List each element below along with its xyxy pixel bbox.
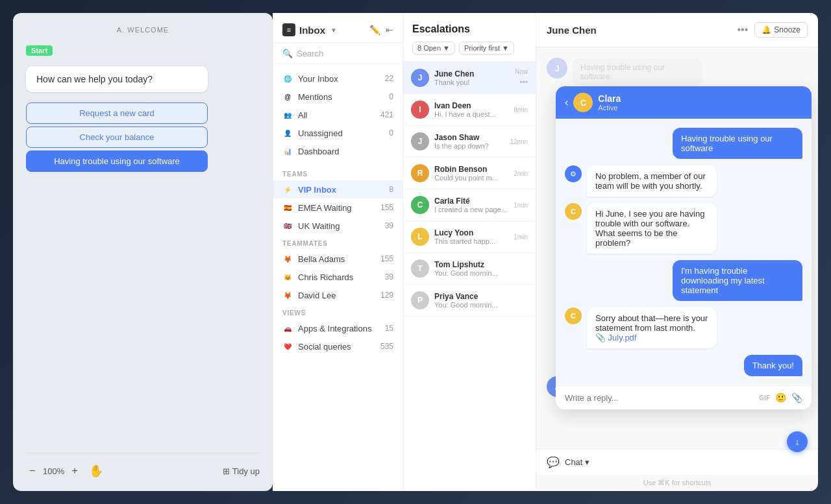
team-item-vip-inbox[interactable]: ⚡ VIP Inbox 8 — [273, 180, 403, 198]
chatbot-footer: − 100% + ✋ ⊞ Tidy up — [26, 453, 260, 478]
esc-preview-jason-shaw: Is the app down? — [434, 142, 505, 150]
open-filter-chevron: ▼ — [443, 44, 450, 52]
popup-agent-status: Active — [598, 104, 621, 112]
more-options-icon[interactable]: ••• — [737, 24, 748, 36]
reply-input[interactable] — [565, 393, 754, 403]
hand-tool-icon[interactable]: ✋ — [89, 464, 103, 478]
inbox-nav-section: 🌐 Your Inbox 22 @ Mentions 0 👥 All 421 👤… — [273, 64, 403, 165]
view-label-apps-integrations: Apps & Integrations — [298, 324, 380, 333]
esc-preview-robin-benson: Could you point m... — [434, 174, 508, 182]
esc-item-tom-lipshutz[interactable]: T Tom Lipshutz You: Good mornin... — [403, 253, 536, 285]
chat-footer-chat-button[interactable]: Chat ▾ — [565, 457, 589, 467]
popup-msg-2: C Hi June, I see you are having trouble … — [565, 203, 802, 254]
agent-avatar-file-4: C — [565, 307, 582, 324]
june-chen-avatar-bg: J — [547, 58, 567, 78]
tidy-up-label: Tidy up — [232, 466, 260, 476]
esc-name-robin-benson: Robin Benson — [434, 165, 508, 174]
inbox-icon-mentions: @ — [282, 91, 293, 102]
esc-name-carla-fite: Carla Fité — [434, 197, 508, 206]
view-item-apps-integrations[interactable]: 🚗 Apps & Integrations 15 — [273, 319, 403, 337]
open-filter-button[interactable]: 8 Open ▼ — [412, 42, 455, 54]
inbox-label-dashboard: Dashboard — [298, 147, 393, 156]
chat-header: June Chen ••• 🔔 Snooze — [536, 13, 818, 47]
inbox-title[interactable]: Inbox — [299, 25, 325, 36]
view-icon-apps-integrations: 🚗 — [282, 323, 293, 333]
inbox-label-unassigned: Unassigned — [298, 128, 384, 138]
shortcut-hint: Use ⌘K for shortcuts — [536, 475, 818, 491]
inbox-icon-unassigned: 👤 — [282, 128, 293, 138]
teammate-item-chris-richards[interactable]: 🐱 Chris Richards 39 — [273, 268, 403, 286]
popup-header: ‹ C Clara Active — [556, 86, 812, 119]
inbox-icon-dashboard: 📊 — [282, 146, 293, 156]
inbox-items-list: 🌐 Your Inbox 22 @ Mentions 0 👥 All 421 👤… — [273, 69, 403, 160]
team-item-emea-waiting[interactable]: 🇪🇸 EMEA Waiting 155 — [273, 198, 403, 217]
reply-button-check-balance[interactable]: Check your balance — [26, 126, 208, 148]
team-item-uk-waiting[interactable]: 🇬🇧 UK Waiting 39 — [273, 217, 403, 235]
esc-preview-priya-vance: You: Good mornin... — [434, 301, 523, 309]
popup-agent-avatar: C — [573, 93, 593, 112]
inbox-item-unassigned[interactable]: 👤 Unassigned 0 — [273, 124, 403, 142]
esc-item-priya-vance[interactable]: P Priya Vance You: Good mornin... — [403, 285, 536, 317]
emoji-button[interactable]: 🙂 — [775, 392, 786, 403]
inbox-item-mentions[interactable]: @ Mentions 0 — [273, 88, 403, 106]
reply-button-request-card[interactable]: Request a new card — [26, 102, 208, 124]
esc-avatar-priya-vance: P — [411, 291, 429, 309]
gif-button[interactable]: GIF — [759, 394, 770, 402]
inbox-icon-all: 👥 — [282, 110, 293, 120]
team-icon-emea-waiting: 🇪🇸 — [282, 202, 293, 213]
compose-icon[interactable]: ✏️ — [369, 25, 380, 35]
priority-filter-button[interactable]: Priority first ▼ — [459, 42, 514, 54]
inbox-header: ≡ Inbox ▼ ✏️ ⇤ — [273, 13, 403, 43]
esc-preview-ivan-deen: Hi, I have a quest... — [434, 110, 508, 118]
popup-user-bubble-3: I'm having trouble downloading my latest… — [673, 260, 802, 301]
esc-item-jason-shaw[interactable]: J Jason Shaw Is the app down? 12min — [403, 126, 536, 158]
bot-avatar-1: ⚙ — [565, 165, 582, 182]
esc-content-carla-fite: Carla Fité I created a new page... — [434, 197, 508, 213]
esc-meta-ivan-deen: 8min — [514, 106, 528, 114]
inbox-item-all[interactable]: 👥 All 421 — [273, 106, 403, 124]
inbox-count-all: 421 — [380, 110, 393, 119]
esc-item-ivan-deen[interactable]: I Ivan Deen Hi, I have a quest... 8min — [403, 94, 536, 126]
attachment-button[interactable]: 📎 — [791, 392, 802, 403]
inbox-item-your-inbox[interactable]: 🌐 Your Inbox 22 — [273, 69, 403, 88]
view-item-social-queries[interactable]: ❤️ Social queries 535 — [273, 337, 403, 355]
reply-buttons-container: Request a new cardCheck your balanceHavi… — [26, 100, 260, 172]
snooze-label: Snooze — [774, 25, 800, 34]
search-placeholder: Search — [297, 49, 323, 58]
teammate-item-david-lee[interactable]: 🦊 David Lee 129 — [273, 286, 403, 304]
esc-menu-june-chen[interactable]: ••• — [519, 78, 528, 87]
team-label-vip-inbox: VIP Inbox — [298, 185, 384, 195]
popup-back-button[interactable]: ‹ — [565, 97, 568, 108]
escalations-panel: Escalations 8 Open ▼ Priority first ▼ J … — [403, 13, 536, 491]
tidy-up-button[interactable]: ⊞ Tidy up — [223, 466, 260, 476]
chatbot-panel: A. WELCOME Start How can we help you tod… — [13, 13, 273, 491]
esc-item-lucy-yoon[interactable]: L Lucy Yoon This started happ... 1min — [403, 221, 536, 253]
esc-name-tom-lipshutz: Tom Lipshutz — [434, 260, 523, 269]
popup-msg-0: Having trouble using our software — [565, 128, 802, 159]
collapse-icon[interactable]: ⇤ — [386, 25, 393, 35]
chatbot-messages: Start How can we help you today? Request… — [26, 44, 260, 442]
scroll-down-button[interactable]: ↓ — [787, 431, 808, 452]
esc-avatar-carla-fite: C — [411, 196, 429, 214]
view-label-social-queries: Social queries — [298, 342, 375, 352]
teammate-label-bella-adams: Bella Adams — [298, 254, 375, 264]
teammates-items-list: 🦊 Bella Adams 155 🐱 Chris Richards 39 🦊 … — [273, 250, 403, 304]
snooze-button[interactable]: 🔔 Snooze — [754, 22, 808, 38]
file-attachment-link[interactable]: 📎 July.pdf — [595, 333, 708, 342]
chat-footer: 💬 Chat ▾ — [536, 449, 818, 475]
search-icon: 🔍 — [282, 49, 293, 58]
esc-item-june-chen[interactable]: J June Chen Thank you! Now ••• — [403, 62, 536, 94]
esc-item-carla-fite[interactable]: C Carla Fité I created a new page... 1mi… — [403, 189, 536, 221]
reply-button-trouble-software[interactable]: Having trouble using our software — [26, 150, 208, 172]
esc-content-priya-vance: Priya Vance You: Good mornin... — [434, 292, 523, 309]
zoom-out-button[interactable]: − — [26, 464, 39, 477]
zoom-in-button[interactable]: + — [68, 464, 81, 477]
inbox-search-bar[interactable]: 🔍 Search — [273, 43, 403, 64]
popup-msg-4: C Sorry about that—here is your statemen… — [565, 307, 802, 348]
esc-content-robin-benson: Robin Benson Could you point m... — [434, 165, 508, 182]
chat-contact-name: June Chen — [547, 25, 732, 36]
teammate-count-david-lee: 129 — [380, 291, 393, 300]
teammate-item-bella-adams[interactable]: 🦊 Bella Adams 155 — [273, 250, 403, 268]
esc-item-robin-benson[interactable]: R Robin Benson Could you point m... 2min — [403, 158, 536, 189]
inbox-item-dashboard[interactable]: 📊 Dashboard — [273, 142, 403, 160]
